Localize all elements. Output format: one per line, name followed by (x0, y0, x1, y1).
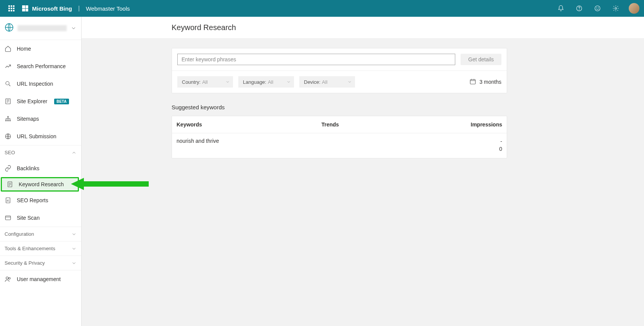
impressions-cell: - 0 (436, 138, 502, 153)
section-label: Security & Privacy (5, 260, 45, 266)
filter-value: All (202, 79, 207, 85)
sidebar-item-label: Home (17, 46, 31, 52)
main-content: Keyword Research Get details Country: Al… (82, 17, 644, 326)
feedback-icon[interactable] (591, 2, 604, 15)
svg-point-9 (8, 116, 9, 117)
country-filter[interactable]: Country: All (177, 76, 233, 88)
svg-rect-8 (6, 99, 10, 104)
device-filter[interactable]: Device: All (299, 76, 355, 88)
svg-point-7 (6, 82, 9, 85)
brand-separator: | (78, 5, 80, 12)
table-header: Keywords Trends Impressions (172, 116, 507, 133)
page-title: Keyword Research (172, 23, 236, 32)
explorer-icon (5, 98, 11, 105)
svg-point-17 (6, 277, 8, 279)
suggested-keywords-title: Suggested keywords (172, 104, 644, 110)
svg-point-10 (5, 120, 6, 121)
svg-point-11 (8, 120, 9, 121)
avatar[interactable] (629, 3, 639, 14)
get-details-button[interactable]: Get details (461, 54, 501, 65)
sidebar-item-label: Keyword Research (19, 181, 64, 187)
column-impressions: Impressions (436, 121, 502, 128)
report-icon (5, 197, 11, 204)
sidebar-item-label: URL Inspection (17, 81, 53, 87)
trend-icon (5, 63, 11, 70)
app-launcher-icon[interactable] (5, 2, 18, 15)
microsoft-logo-icon (22, 5, 28, 11)
sidebar-section-tools-enhancements[interactable]: Tools & Enhancements (0, 241, 81, 256)
sidebar-item-label: URL Submission (17, 133, 56, 139)
annotation-highlight: Keyword Research (1, 177, 79, 192)
sidebar-item-site-explorer[interactable]: Site Explorer BETA (0, 93, 81, 110)
filter-value: All (322, 79, 327, 85)
help-icon[interactable] (572, 2, 586, 15)
sidebar-item-backlinks[interactable]: Backlinks (0, 160, 81, 177)
section-label: Tools & Enhancements (5, 246, 55, 251)
chevron-down-icon (225, 80, 230, 84)
svg-point-18 (9, 278, 11, 280)
table-row[interactable]: nourish and thrive - 0 (172, 133, 507, 158)
sidebar-item-label: Site Explorer (17, 98, 47, 104)
beta-badge: BETA (54, 99, 69, 104)
settings-icon[interactable] (609, 2, 623, 15)
sidebar-item-site-scan[interactable]: Site Scan (0, 209, 81, 227)
notifications-icon[interactable] (554, 2, 568, 15)
globe-icon (5, 133, 11, 140)
chevron-down-icon (71, 232, 77, 237)
svg-point-12 (10, 120, 11, 121)
sidebar: Home Search Performance URL Inspection S… (0, 17, 82, 326)
filter-label: Country: (182, 79, 201, 85)
sidebar-item-label: Site Scan (17, 215, 40, 221)
filter-value: All (268, 79, 273, 85)
sidebar-item-search-performance[interactable]: Search Performance (0, 58, 81, 75)
site-name-redacted (18, 25, 67, 31)
svg-rect-19 (471, 79, 476, 84)
sidebar-item-url-inspection[interactable]: URL Inspection (0, 75, 81, 93)
scan-icon (5, 214, 11, 221)
filter-label: Device: (304, 79, 320, 85)
suggested-keywords-table: Keywords Trends Impressions nourish and … (172, 116, 507, 158)
sidebar-item-sitemaps[interactable]: Sitemaps (0, 110, 81, 128)
section-label: Configuration (5, 231, 34, 237)
filter-label: Language: (243, 79, 266, 85)
date-range-label: 3 months (479, 79, 501, 85)
chevron-down-icon (286, 80, 291, 84)
sidebar-item-home[interactable]: Home (0, 40, 81, 58)
brand-tools: Webmaster Tools (86, 5, 130, 12)
column-keywords: Keywords (177, 121, 321, 128)
search-card: Get details Country: All Language: All D… (172, 48, 507, 93)
language-filter[interactable]: Language: All (238, 76, 294, 88)
page-title-bar: Keyword Research (82, 17, 644, 38)
calendar-icon (469, 78, 476, 86)
keyword-cell: nourish and thrive (177, 138, 321, 144)
svg-point-3 (596, 8, 597, 8)
link-icon (5, 165, 11, 172)
svg-point-4 (598, 8, 599, 8)
sidebar-item-url-submission[interactable]: URL Submission (0, 128, 81, 145)
chevron-up-icon (71, 150, 77, 155)
sidebar-section-security-privacy[interactable]: Security & Privacy (0, 256, 81, 270)
sidebar-section-seo[interactable]: SEO (0, 145, 81, 160)
sidebar-item-label: Search Performance (17, 63, 66, 69)
section-label: SEO (5, 150, 15, 155)
document-icon (6, 181, 13, 188)
home-icon (5, 45, 11, 52)
chevron-down-icon (71, 25, 77, 31)
sitemap-icon (5, 115, 11, 122)
sidebar-item-user-management[interactable]: User management (0, 270, 81, 288)
sidebar-item-seo-reports[interactable]: SEO Reports (0, 192, 81, 209)
svg-point-1 (579, 10, 580, 10)
sidebar-section-configuration[interactable]: Configuration (0, 227, 81, 241)
svg-rect-16 (5, 216, 11, 220)
chevron-down-icon (71, 246, 77, 251)
search-icon (5, 80, 11, 87)
date-range-selector[interactable]: 3 months (469, 78, 501, 86)
brand-name: Microsoft Bing (32, 5, 72, 12)
sidebar-item-label: User management (17, 276, 61, 282)
keyword-input[interactable] (177, 54, 455, 65)
globe-icon (5, 23, 14, 34)
top-bar: Microsoft Bing | Webmaster Tools (0, 0, 644, 17)
sidebar-item-keyword-research[interactable]: Keyword Research (2, 178, 78, 190)
site-selector[interactable] (0, 17, 81, 40)
chevron-down-icon (347, 80, 352, 84)
